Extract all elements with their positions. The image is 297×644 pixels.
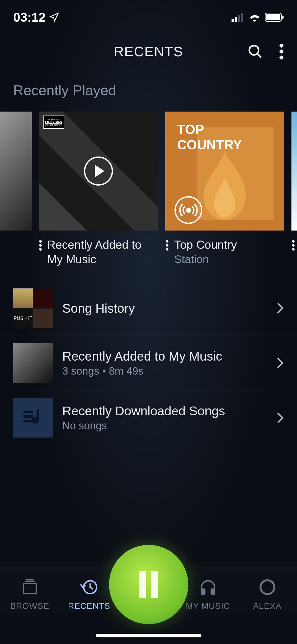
svg-rect-2 bbox=[238, 15, 240, 22]
carousel-card-top-country[interactable]: TOP COUNTRY Top Country Station bbox=[165, 112, 284, 275]
svg-rect-23 bbox=[23, 415, 33, 418]
alexa-icon bbox=[258, 578, 277, 596]
thumbnail bbox=[13, 343, 53, 383]
thumbnail: PUSH IT bbox=[13, 288, 53, 328]
status-time: 03:12 bbox=[13, 10, 46, 25]
list-title: Recently Added to My Music bbox=[62, 349, 267, 364]
svg-point-13 bbox=[39, 244, 42, 247]
chevron-right-icon bbox=[276, 302, 284, 314]
album-art: PARENTAL ADVISORY EXPLICIT CONTENT bbox=[39, 112, 158, 231]
recents-icon bbox=[80, 578, 98, 596]
list-item-song-history[interactable]: PUSH IT Song History bbox=[0, 281, 297, 335]
now-playing-button[interactable] bbox=[109, 545, 188, 624]
card-more-icon[interactable] bbox=[165, 237, 169, 251]
svg-rect-24 bbox=[23, 420, 33, 422]
status-left: 03:12 bbox=[13, 10, 59, 25]
station-art: TOP COUNTRY bbox=[165, 112, 284, 231]
nav-browse[interactable]: BROWSE bbox=[0, 578, 59, 611]
nav-alexa[interactable]: ALEXA bbox=[238, 578, 297, 611]
carousel-card-recently-added[interactable]: PARENTAL ADVISORY EXPLICIT CONTENT Recen… bbox=[39, 112, 158, 275]
station-icon bbox=[175, 196, 202, 224]
page-title: RECENTS bbox=[114, 44, 183, 59]
nav-label: RECENTS bbox=[68, 601, 110, 611]
flame-icon bbox=[198, 151, 251, 220]
svg-point-17 bbox=[166, 244, 168, 247]
art-text-line2: COUNTRY bbox=[177, 137, 242, 153]
card-more-icon[interactable] bbox=[291, 237, 295, 251]
list-item-recently-added[interactable]: Recently Added to My Music 3 songs • 8m … bbox=[0, 335, 297, 390]
svg-point-15 bbox=[187, 208, 190, 212]
svg-rect-22 bbox=[23, 411, 33, 413]
svg-rect-29 bbox=[201, 589, 205, 595]
thumbnail bbox=[13, 398, 53, 438]
parental-advisory-badge: PARENTAL ADVISORY EXPLICIT CONTENT bbox=[43, 116, 64, 129]
card-subtitle: Station bbox=[174, 253, 237, 266]
list-item-recently-downloaded[interactable]: Recently Downloaded Songs No songs bbox=[0, 390, 297, 445]
svg-rect-6 bbox=[282, 16, 284, 19]
cellular-icon bbox=[232, 13, 245, 22]
svg-point-19 bbox=[292, 240, 295, 243]
svg-point-20 bbox=[292, 244, 295, 247]
pause-icon bbox=[139, 571, 158, 598]
card-title: Recently Added to My Music bbox=[47, 237, 158, 266]
carousel[interactable]: PARENTAL ADVISORY EXPLICIT CONTENT Recen… bbox=[0, 112, 297, 275]
nav-label: ALEXA bbox=[253, 601, 281, 611]
carousel-peek-right[interactable]: L S bbox=[291, 112, 297, 275]
album-art bbox=[291, 112, 297, 231]
svg-point-14 bbox=[39, 248, 42, 251]
home-indicator[interactable] bbox=[96, 634, 201, 637]
svg-point-9 bbox=[280, 44, 284, 48]
svg-point-7 bbox=[249, 46, 259, 55]
search-icon[interactable] bbox=[247, 44, 263, 59]
more-icon[interactable] bbox=[279, 44, 284, 59]
svg-rect-30 bbox=[211, 589, 214, 595]
svg-point-11 bbox=[280, 56, 284, 59]
nav-label: BROWSE bbox=[10, 601, 49, 611]
wifi-icon bbox=[248, 12, 261, 22]
svg-line-8 bbox=[257, 54, 261, 58]
svg-rect-3 bbox=[241, 13, 243, 22]
headphones-icon bbox=[199, 578, 217, 596]
svg-rect-25 bbox=[23, 583, 36, 594]
svg-rect-5 bbox=[266, 14, 280, 20]
list-subtitle: 3 songs • 8m 49s bbox=[62, 365, 267, 377]
svg-rect-1 bbox=[235, 17, 237, 22]
chevron-right-icon bbox=[276, 357, 284, 369]
list-title: Song History bbox=[62, 301, 267, 316]
card-title: Top Country bbox=[174, 237, 237, 252]
svg-point-12 bbox=[39, 240, 42, 243]
card-more-icon[interactable] bbox=[39, 237, 42, 251]
svg-point-18 bbox=[166, 248, 168, 251]
music-list-icon bbox=[21, 406, 45, 430]
list-subtitle: No songs bbox=[62, 420, 267, 432]
svg-rect-0 bbox=[232, 19, 234, 22]
svg-point-21 bbox=[292, 248, 295, 251]
battery-icon bbox=[265, 13, 284, 22]
header: RECENTS bbox=[0, 34, 297, 69]
status-right bbox=[232, 12, 284, 22]
status-bar: 03:12 bbox=[0, 0, 297, 34]
chevron-right-icon bbox=[276, 412, 284, 424]
svg-point-10 bbox=[280, 50, 284, 54]
list: PUSH IT Song History Recently Added to M… bbox=[0, 281, 297, 445]
album-art bbox=[0, 112, 32, 231]
svg-point-16 bbox=[166, 240, 168, 243]
play-icon[interactable] bbox=[84, 157, 113, 186]
nav-label: MY MUSIC bbox=[186, 601, 230, 611]
location-icon bbox=[49, 12, 59, 22]
carousel-peek-left[interactable] bbox=[0, 112, 32, 275]
svg-point-31 bbox=[260, 580, 274, 594]
art-text-line1: TOP bbox=[177, 122, 242, 137]
list-title: Recently Downloaded Songs bbox=[62, 404, 267, 418]
browse-icon bbox=[21, 578, 39, 596]
section-title: Recently Played bbox=[0, 69, 297, 112]
